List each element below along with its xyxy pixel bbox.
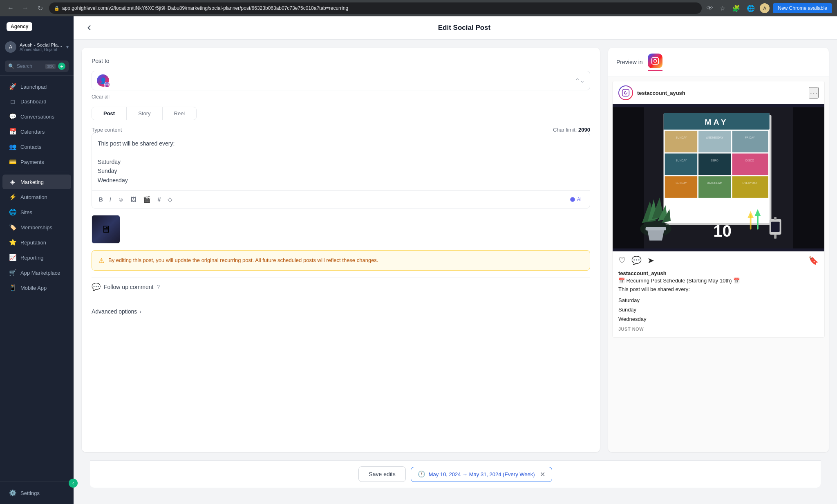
sidebar-logo-area: Agency bbox=[0, 16, 74, 37]
like-btn[interactable]: ♡ bbox=[618, 255, 626, 265]
comment-icon: 💬 bbox=[92, 282, 101, 291]
calendars-icon: 📅 bbox=[9, 128, 16, 135]
svg-marker-38 bbox=[647, 229, 664, 241]
sidebar-item-calendars[interactable]: 📅 Calendars bbox=[2, 124, 71, 139]
sidebar-item-reputation[interactable]: ⭐ Reputation bbox=[2, 235, 71, 250]
sidebar-item-launchpad[interactable]: 🚀 Launchpad bbox=[2, 79, 71, 94]
content-header: Type content Char limit: 2090 bbox=[92, 127, 590, 133]
preview-panel: Preview in bbox=[608, 48, 829, 452]
account-name: Ayush - Social Plann... bbox=[20, 43, 63, 47]
svg-point-2 bbox=[570, 197, 575, 202]
post-to-label: Post to bbox=[92, 58, 590, 64]
advanced-label: Advanced options bbox=[92, 308, 137, 315]
sidebar-account[interactable]: A Ayush - Social Plann... Ahmedabad, Guj… bbox=[0, 37, 74, 57]
share-btn[interactable]: ➤ bbox=[647, 255, 654, 265]
sidebar-item-settings[interactable]: ⚙️ Settings bbox=[2, 486, 71, 500]
sidebar-item-memberships[interactable]: 🏷️ Memberships bbox=[2, 220, 71, 235]
image-btn[interactable]: 🖼 bbox=[129, 194, 138, 204]
address-bar[interactable]: 🔒 app.gohighlevel.com/v2/location/tiNkY6… bbox=[49, 2, 702, 14]
memberships-icon: 🏷️ bbox=[9, 224, 16, 231]
emoji-btn[interactable]: ☺ bbox=[116, 194, 125, 204]
reload-btn[interactable]: ↻ bbox=[34, 2, 46, 14]
browser-actions: 👁 ☆ 🧩 🌐 A New Chrome available bbox=[705, 3, 832, 14]
schedule-pill[interactable]: 🕐 May 10, 2024 → May 31, 2024 (Every Wee… bbox=[411, 467, 552, 482]
bookmark-btn[interactable]: 🔖 bbox=[808, 255, 819, 265]
ig-post-header: testaccount_ayush ⋯ bbox=[613, 81, 824, 104]
text-editor: This post will be shared every:SaturdayS… bbox=[92, 133, 590, 208]
browser-chrome: ← → ↻ 🔒 app.gohighlevel.com/v2/location/… bbox=[0, 0, 837, 16]
url-text: app.gohighlevel.com/v2/location/tiNkY6XC… bbox=[62, 5, 697, 11]
back-nav-btn[interactable]: ← bbox=[5, 2, 16, 14]
ig-more-btn[interactable]: ⋯ bbox=[809, 87, 819, 99]
search-icon: 🔍 bbox=[8, 63, 14, 69]
user-avatar: A bbox=[760, 3, 770, 13]
eye-icon-btn[interactable]: 👁 bbox=[705, 3, 715, 13]
translate-icon-btn[interactable]: 🌐 bbox=[745, 3, 756, 14]
comment-btn[interactable]: 💬 bbox=[631, 255, 642, 265]
tab-story[interactable]: Story bbox=[127, 107, 162, 120]
reputation-label: Reputation bbox=[20, 240, 46, 246]
schedule-close-btn[interactable]: ✕ bbox=[540, 470, 545, 478]
selector-chevron-icon: ⌃⌄ bbox=[575, 77, 585, 84]
bold-btn[interactable]: B bbox=[97, 194, 105, 204]
schedule-text: May 10, 2024 → May 31, 2024 (Every Week) bbox=[429, 471, 535, 477]
account-avatar: A bbox=[5, 41, 16, 53]
help-icon[interactable]: ? bbox=[157, 284, 160, 290]
sidebar-item-conversations[interactable]: 💬 Conversations bbox=[2, 109, 71, 124]
text-area[interactable]: This post will be shared every:SaturdayS… bbox=[92, 133, 590, 190]
tag-btn[interactable]: ◇ bbox=[166, 194, 174, 205]
platform-avatar: 👤 bbox=[97, 74, 109, 87]
sidebar-item-reporting[interactable]: 📈 Reporting bbox=[2, 250, 71, 265]
svg-rect-7 bbox=[613, 107, 644, 248]
sidebar: Agency A Ayush - Social Plann... Ahmedab… bbox=[0, 16, 74, 504]
memberships-label: Memberships bbox=[20, 224, 52, 231]
post-to-section: Post to bbox=[92, 58, 590, 64]
sidebar-item-app-marketplace[interactable]: 🛒 App Marketplace bbox=[2, 265, 71, 280]
video-btn[interactable]: 🎬 bbox=[141, 194, 152, 205]
ig-caption-days: SaturdaySundayWednesday bbox=[618, 296, 819, 324]
advanced-options[interactable]: Advanced options › bbox=[92, 303, 590, 320]
ig-timestamp: JUST NOW bbox=[618, 327, 819, 332]
sites-icon: 🌐 bbox=[9, 208, 16, 216]
instagram-platform-btn[interactable] bbox=[648, 54, 662, 71]
sidebar-item-marketing[interactable]: ◈ Marketing bbox=[2, 175, 71, 189]
search-add-btn[interactable]: + bbox=[58, 63, 65, 70]
italic-btn[interactable]: I bbox=[108, 194, 113, 204]
save-edits-button[interactable]: Save edits bbox=[358, 466, 405, 482]
sidebar-item-mobile-app[interactable]: 📱 Mobile App bbox=[2, 280, 71, 295]
svg-rect-19 bbox=[732, 154, 768, 175]
ig-caption-text: 📅 Recurring Post Schedule (Starting May … bbox=[618, 277, 819, 294]
ig-post-card: testaccount_ayush ⋯ bbox=[612, 81, 825, 338]
new-chrome-btn[interactable]: New Chrome available bbox=[773, 3, 832, 13]
ig-post-image: MAY bbox=[613, 104, 824, 251]
post-image-thumbnail[interactable]: 🖥 bbox=[92, 215, 120, 244]
search-kbd: ⌘K bbox=[45, 64, 56, 69]
mobile-label: Mobile App bbox=[20, 285, 47, 291]
svg-rect-5 bbox=[622, 90, 629, 96]
sidebar-item-automation[interactable]: ⚡ Automation bbox=[2, 190, 71, 204]
svg-rect-3 bbox=[651, 58, 658, 65]
sidebar-item-dashboard[interactable]: □ Dashboard bbox=[2, 94, 71, 109]
forward-nav-btn[interactable]: → bbox=[20, 2, 31, 14]
platform-selector[interactable]: 👤 ⌃⌄ bbox=[92, 71, 590, 90]
account-info: Ayush - Social Plann... Ahmedabad, Gujar… bbox=[20, 43, 63, 52]
clear-all-link[interactable]: Clear all bbox=[92, 94, 110, 100]
app-container: Agency A Ayush - Social Plann... Ahmedab… bbox=[0, 16, 837, 504]
svg-text:10: 10 bbox=[713, 222, 732, 240]
tab-post[interactable]: Post bbox=[92, 107, 127, 120]
sidebar-item-sites[interactable]: 🌐 Sites bbox=[2, 205, 71, 220]
back-button[interactable] bbox=[83, 22, 95, 34]
extensions-icon-btn[interactable]: 🧩 bbox=[730, 3, 742, 14]
launchpad-label: Launchpad bbox=[20, 84, 47, 90]
sidebar-item-payments[interactable]: 💳 Payments bbox=[2, 155, 71, 169]
instagram-mockup: testaccount_ayush ⋯ bbox=[608, 77, 829, 452]
ai-btn[interactable]: AI bbox=[566, 195, 585, 204]
sidebar-item-contacts[interactable]: 👥 Contacts bbox=[2, 139, 71, 154]
hashtag-btn[interactable]: # bbox=[156, 194, 162, 204]
search-input[interactable] bbox=[17, 63, 43, 69]
tab-reel[interactable]: Reel bbox=[163, 107, 197, 120]
page-header: Edit Social Post bbox=[74, 16, 837, 40]
sidebar-collapse-btn[interactable]: ‹ bbox=[69, 479, 78, 488]
conversations-label: Conversations bbox=[20, 114, 54, 120]
star-icon-btn[interactable]: ☆ bbox=[718, 3, 727, 14]
